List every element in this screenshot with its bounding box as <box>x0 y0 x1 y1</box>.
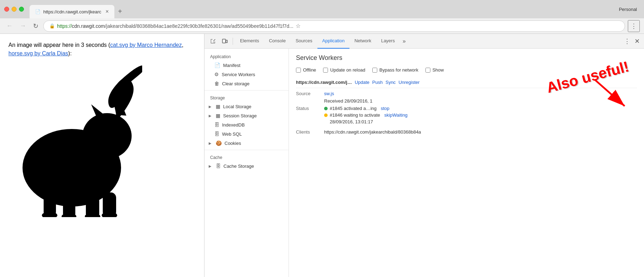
title-bar: 📄 https://cdn.rawgit.com/jkearc × + Pers… <box>0 0 644 18</box>
skip-waiting-link[interactable]: skipWaiting <box>384 112 408 118</box>
bypass-network-option[interactable]: Bypass for network <box>372 67 418 73</box>
sw-update-link[interactable]: Update <box>355 80 370 85</box>
sw-push-link[interactable]: Push <box>372 80 383 85</box>
sw-js-link[interactable]: sw.js <box>324 91 334 96</box>
status-dot-yellow <box>324 113 328 117</box>
tab-network[interactable]: Network <box>349 34 376 49</box>
page-text-after: ): <box>68 50 72 56</box>
update-on-reload-option[interactable]: Update on reload <box>323 67 365 73</box>
sw-status-entry-2: #1846 waiting to activate skipWaiting <box>324 112 408 118</box>
devtools-actions: ⋮ ✕ <box>623 36 641 47</box>
web-sql-icon: 🗄 <box>214 131 219 137</box>
back-button[interactable]: ← <box>4 21 15 31</box>
minimize-button[interactable] <box>12 7 17 12</box>
sw-clients-row: Clients https://cdn.rawgit.com/jakearchi… <box>296 129 637 135</box>
address-bar: ← → ↻ 🔒 https://cdn.rawgit.com/jakearchi… <box>0 18 644 34</box>
forward-button[interactable]: → <box>18 21 28 31</box>
status-text-2: #1846 waiting to activate <box>330 112 380 118</box>
cache-storage-label: Cache Storage <box>223 164 254 169</box>
sw-date-value: 28/09/2016, 13:01:17 <box>330 119 373 124</box>
indexeddb-label: IndexedDB <box>222 122 245 128</box>
cache-storage-arrow: ▶ <box>209 164 211 168</box>
inspect-element-button[interactable] <box>207 36 219 46</box>
sidebar-item-cache-storage[interactable]: ▶ 🗄 Cache Storage <box>204 161 289 171</box>
toolbar-separator <box>233 38 233 45</box>
clients-label: Clients <box>296 129 324 135</box>
local-storage-arrow: ▶ <box>209 105 211 109</box>
show-checkbox[interactable] <box>425 68 430 73</box>
stop-link[interactable]: stop <box>381 106 390 111</box>
sidebar-item-manifest[interactable]: 📄 Manifest <box>204 61 289 70</box>
tab-elements[interactable]: Elements <box>235 34 264 49</box>
sidebar-item-session-storage[interactable]: ▶ ▦ Session Storage <box>204 111 289 120</box>
sw-url: https://cdn.rawgit.com/j… <box>296 80 352 85</box>
session-storage-label: Session Storage <box>223 113 257 118</box>
sw-status-entry-1: #1845 activated a…ing stop <box>324 106 408 111</box>
close-button[interactable] <box>4 7 9 12</box>
main-panel: Service Workers Offline Update on reload <box>289 49 644 277</box>
offline-label: Offline <box>303 67 316 73</box>
status-text-1: #1845 activated a…ing <box>330 106 377 111</box>
offline-checkbox[interactable] <box>296 68 301 73</box>
tab-title: https://cdn.rawgit.com/jkearc <box>43 9 101 14</box>
devtools-menu-button[interactable]: ⋮ <box>623 36 632 47</box>
panel-title: Service Workers <box>296 54 637 62</box>
new-tab-button[interactable]: + <box>114 6 126 17</box>
cookies-icon: 🍪 <box>216 140 222 146</box>
sw-unregister-link[interactable]: Unregister <box>398 80 419 85</box>
received-label <box>296 98 324 104</box>
svg-point-4 <box>103 137 121 149</box>
address-input[interactable]: 🔒 https://cdn.rawgit.com/jakearchibald/8… <box>43 20 625 32</box>
application-section-label: Application <box>204 51 289 61</box>
main-content: An image will appear here in 3 seconds (… <box>0 34 644 277</box>
sw-sync-link[interactable]: Sync <box>385 80 396 85</box>
sw-status-row: Status #1845 activated a…ing stop #1846 … <box>296 106 637 127</box>
address-domain: cdn.rawgit.com <box>72 23 105 29</box>
sw-options: Offline Update on reload Bypass for netw… <box>296 67 637 73</box>
horse-link[interactable]: horse.svg by Carla Dias <box>8 50 68 56</box>
cookies-arrow: ▶ <box>209 141 211 145</box>
source-value: sw.js <box>324 91 334 96</box>
tab-close-button[interactable]: × <box>106 8 109 15</box>
session-storage-icon: ▦ <box>216 113 220 118</box>
update-on-reload-checkbox[interactable] <box>323 68 328 73</box>
sidebar-item-indexeddb[interactable]: 🗄 IndexedDB <box>204 120 289 129</box>
sidebar-panel: Application 📄 Manifest ⚙ Service Workers… <box>204 49 289 277</box>
page-text: An image will appear here in 3 seconds (… <box>8 41 196 58</box>
show-label: Show <box>433 67 444 73</box>
svg-rect-14 <box>226 40 227 43</box>
cat-image <box>8 62 196 220</box>
page-content: An image will appear here in 3 seconds (… <box>0 34 204 277</box>
refresh-button[interactable]: ↻ <box>31 21 40 31</box>
maximize-button[interactable] <box>19 7 24 12</box>
indexeddb-icon: 🗄 <box>214 122 219 128</box>
cat-link[interactable]: cat.svg by Marco Hernandez <box>110 42 182 48</box>
sidebar-divider-2 <box>204 150 289 150</box>
svg-marker-2 <box>91 104 103 117</box>
devtools-toolbar: Elements Console Sources Application Net… <box>204 34 644 49</box>
profile-label: Personal <box>619 7 640 12</box>
more-tabs-button[interactable]: » <box>400 37 409 46</box>
sidebar-item-service-workers[interactable]: ⚙ Service Workers <box>204 70 289 79</box>
service-workers-label: Service Workers <box>222 72 255 77</box>
tab-application[interactable]: Application <box>317 34 350 49</box>
devtools-close-button[interactable]: ✕ <box>633 36 641 47</box>
sidebar-item-cookies[interactable]: ▶ 🍪 Cookies <box>204 138 289 148</box>
sidebar-item-web-sql[interactable]: 🗄 Web SQL <box>204 129 289 138</box>
show-option[interactable]: Show <box>425 67 444 73</box>
session-storage-arrow: ▶ <box>209 114 211 118</box>
device-toolbar-button[interactable] <box>219 36 231 46</box>
tab-layers[interactable]: Layers <box>376 34 400 49</box>
sidebar-item-local-storage[interactable]: ▶ ▦ Local Storage <box>204 102 289 111</box>
menu-button[interactable]: ⋮ <box>628 20 640 32</box>
offline-option[interactable]: Offline <box>296 67 316 73</box>
tab-console[interactable]: Console <box>264 34 291 49</box>
browser-tab[interactable]: 📄 https://cdn.rawgit.com/jkearc × <box>30 5 114 18</box>
service-workers-icon: ⚙ <box>214 72 219 77</box>
cat-svg <box>8 62 142 217</box>
tab-sources[interactable]: Sources <box>291 34 317 49</box>
bypass-network-checkbox[interactable] <box>372 68 377 73</box>
bookmark-button[interactable]: ☆ <box>296 23 301 29</box>
status-label: Status <box>296 106 324 111</box>
sidebar-item-clear-storage[interactable]: 🗑 Clear storage <box>204 79 289 88</box>
